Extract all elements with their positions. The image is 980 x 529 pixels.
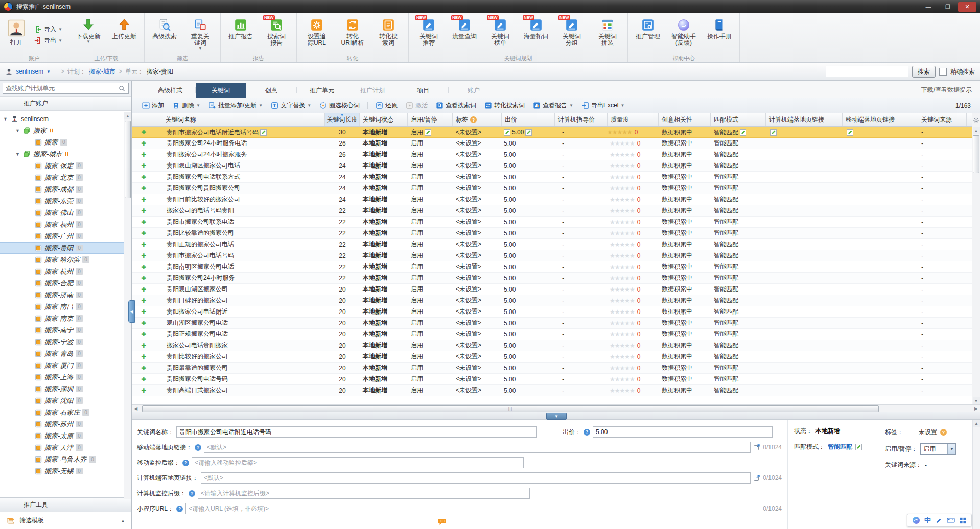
cell-onoff[interactable]: 启用 [408,183,453,194]
column-settings-gear-icon[interactable] [972,113,980,127]
cell-name[interactable]: 贵阳搬家公司24小时服务 [151,273,325,283]
table-row[interactable]: ✚贵阳搬家公司电话附近20本地新增启用<未设置>5.00-★★★★★0数据积累中… [132,306,980,318]
ribbon-button-smart-assistant[interactable]: 智能助手 (反馈) [666,15,701,55]
tag-help-icon[interactable]: ? [940,429,947,436]
tree-item-搬家-深圳[interactable]: 搬家-深圳0 [0,383,131,395]
cell-name[interactable]: 贵阳观山湖区搬家公司 [151,284,325,295]
add-row-icon[interactable]: ✚ [141,331,146,338]
tree-item-搬家-上海[interactable]: 搬家-上海0 [0,371,131,383]
table-horizontal-scrollbar[interactable]: ◀ ||| ▶ [132,404,980,412]
tree-item-搬家-合肥[interactable]: 搬家-合肥0 [0,277,131,289]
cell-name[interactable]: 贵阳搬家公司24小时搬家服务 [151,149,325,160]
add-row-icon[interactable]: ✚ [141,365,146,372]
exact-search-checkbox[interactable] [939,68,947,76]
cell-onoff[interactable]: 启用 [408,306,453,317]
add-row-icon[interactable]: ✚ [141,219,146,226]
tree-item-搬家-青岛[interactable]: 搬家-青岛0 [0,348,131,359]
table-row[interactable]: ✚贵阳搬家公司24小时搬家服务26本地新增启用<未设置>5.00-★★★★★0数… [132,149,980,160]
column-header-bid[interactable]: 出价 [502,113,555,126]
cell-add[interactable]: ✚ [132,261,151,272]
add-row-icon[interactable]: ✚ [141,129,146,136]
cell-bid[interactable]: 5.00 [502,239,555,250]
cell-match[interactable]: 智能匹配 [711,127,766,137]
table-row[interactable]: ✚贵阳比较好的搬家公司20本地新增启用<未设置>5.00-★★★★★0数据积累中… [132,351,980,363]
cell-match[interactable]: 智能匹配 [711,228,766,238]
cell-add[interactable]: ✚ [132,149,151,160]
table-row[interactable]: ✚贵阳市搬家公司电话附近电话号码30本地新增启用<未设置>5.00-采纳★★★★… [132,127,980,138]
add-row-icon[interactable]: ✚ [141,252,146,259]
toolbar-button-batch-add-update[interactable]: 批量添加/更新▼ [204,100,267,111]
cell-onoff[interactable]: 启用 [408,340,453,351]
add-row-icon[interactable]: ✚ [141,387,146,394]
table-row[interactable]: ✚贵阳搬家公司24小时服务电话26本地新增启用<未设置>5.00-★★★★★0数… [132,138,980,149]
ribbon-button-manual[interactable]: 操作手册 [702,15,737,55]
ribbon-button-keyword-assemble[interactable]: 关键词 拼装 [590,15,625,55]
cell-onoff[interactable]: 启用 [408,194,453,205]
column-header-relevance[interactable]: 创意相关性 [659,113,711,126]
cell-onoff[interactable]: 启用 [408,385,453,396]
toolbar-button-export-excel[interactable]: 导出Excel▼ [577,100,628,111]
tree-item-senlinsem[interactable]: ▼senlinsem [0,113,131,125]
cell-bid[interactable]: 5.00 [502,149,555,160]
cell-name[interactable]: 搬家公司电话贵阳搬家 [151,340,325,351]
cell-name[interactable]: 贵阳搬家公司24小时服务电话 [151,138,325,149]
sidebar-search-input[interactable] [3,83,129,94]
field-input-mob_suffix[interactable] [192,457,524,468]
cell-match[interactable]: 智能匹配 [711,261,766,272]
cell-bid[interactable]: 5.00 [502,385,555,396]
cell-bid[interactable]: 5.00 [502,363,555,373]
cell-onoff[interactable]: 启用 [408,295,453,306]
cell-add[interactable]: ✚ [132,217,151,227]
cell-onoff[interactable]: 启用 [408,250,453,261]
add-row-icon[interactable]: ✚ [141,342,146,349]
cell-add[interactable]: ✚ [132,160,151,171]
cell-onoff[interactable]: 启用 [408,318,453,328]
tree-expand-icon[interactable]: ▼ [15,128,20,133]
cell-add[interactable]: ✚ [132,340,151,351]
cell-match[interactable]: 智能匹配 [711,138,766,149]
table-row[interactable]: ✚贵阳市搬家公司电话号码22本地新增启用<未设置>5.00-★★★★★0数据积累… [132,250,980,261]
tree-item-搬家[interactable]: ▼搬家 [0,125,131,136]
account-name[interactable]: senlinsem [16,68,43,75]
cell-add[interactable]: ✚ [132,284,151,295]
tree-item-搬家-太原[interactable]: 搬家-太原0 [0,430,131,442]
field-input-mob_link[interactable] [204,442,751,453]
edit-icon[interactable] [425,129,431,136]
cell-bid[interactable]: 5.00 [502,228,555,238]
cell-onoff[interactable]: 启用 [408,363,453,373]
help-icon[interactable]: ? [584,429,590,436]
toolbar-button-delete[interactable]: 删除▼ [168,100,204,111]
cell-name[interactable]: 贵阳高端日式搬家公司 [151,385,325,396]
cell-match[interactable]: 智能匹配 [711,183,766,194]
table-row[interactable]: ✚贵阳高端日式搬家公司20本地新增启用<未设置>5.00-★★★★★0数据积累中… [132,385,980,396]
collapse-up-icon[interactable]: ▲ [121,518,125,523]
table-row[interactable]: ✚贵阳南明区搬家公司电话22本地新增启用<未设置>5.00-★★★★★0数据积累… [132,261,980,273]
add-row-icon[interactable]: ✚ [141,207,146,214]
cell-name[interactable]: 贵阳搬家公司贵阳搬家公司 [151,183,325,194]
edit-icon[interactable] [740,129,746,136]
cell-bid[interactable]: 5.00 [502,127,555,137]
column-header-source[interactable]: 关键词来源 [918,113,967,126]
cell-bid[interactable]: 5.00 [502,194,555,205]
tree-item-搬家-石家庄[interactable]: 搬家-石家庄0 [0,406,131,418]
table-row[interactable]: ✚贵阳最靠谱的搬家公司20本地新增启用<未设置>5.00-★★★★★0数据积累中… [132,363,980,374]
add-row-icon[interactable]: ✚ [141,196,146,203]
tab-plans[interactable]: 推广计划 [347,83,398,98]
add-row-icon[interactable]: ✚ [141,140,146,147]
maximize-button[interactable]: ❐ [939,2,957,12]
tree-expand-icon[interactable]: ▼ [15,152,20,157]
ribbon-button-set-tracking-url[interactable]: 设置追 踪URL [299,15,334,55]
tree-item-搬家-杭州[interactable]: 搬家-杭州0 [0,266,131,277]
table-row[interactable]: ✚贵阳市搬家公司联系电话22本地新增启用<未设置>5.00-★★★★★0数据积累… [132,217,980,228]
cell-bid[interactable]: 5.00 [502,318,555,328]
table-row[interactable]: ✚贵阳搬家公司电话号码20本地新增启用<未设置>5.00-★★★★★0数据积累中… [132,374,980,385]
ime-toolbar[interactable]: 中 [907,514,972,527]
tree-expand-icon[interactable]: ▼ [3,116,8,122]
add-row-icon[interactable]: ✚ [141,174,146,181]
tree-item-搬家-北京[interactable]: 搬家-北京0 [0,172,131,183]
notification-bubble-icon[interactable] [437,517,447,526]
ribbon-button-duplicate-keywords[interactable]: 重复关 键词▼ [183,15,218,55]
cell-mob_link[interactable] [843,127,918,137]
cell-onoff[interactable]: 启用 [408,261,453,272]
add-row-icon[interactable]: ✚ [141,230,146,237]
